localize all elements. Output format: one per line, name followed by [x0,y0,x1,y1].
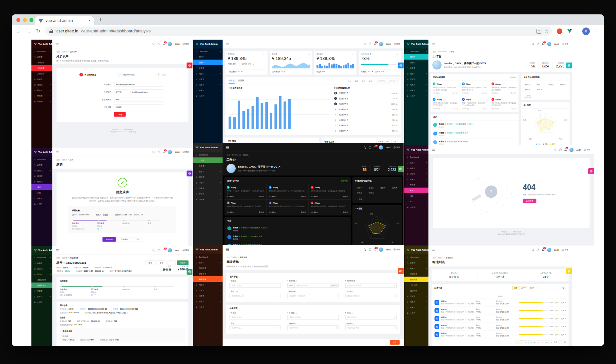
sidebar-item[interactable]: ◎结果页▾ [404,176,428,182]
search-icon[interactable] [153,43,155,45]
sidebar-item[interactable]: 标准列表 [404,277,428,282]
rank-row[interactable]: 8桃源村7号店534.56 [334,128,397,134]
project-group[interactable]: 科学搬砖组 [491,92,499,95]
sidebar-item[interactable]: ◎结果页▾ [31,87,52,93]
sidebar-item[interactable]: ▦小组件▾ [31,299,52,305]
quick-op-link[interactable]: 操作四 [389,186,401,191]
form-input[interactable]: 请输入仓库域名 [294,283,329,288]
app-logo[interactable]: Vue Antd Admin [404,246,428,254]
sidebar-item[interactable]: △异常页▴ [404,182,428,188]
sidebar-item[interactable]: 分析页 [404,60,428,65]
sidebar-item[interactable]: ▦小组件▾ [404,310,428,316]
theme-settings-button[interactable] [398,268,404,274]
sidebar-item[interactable]: ▥详情页▾ [31,173,52,179]
sidebar-item[interactable]: ▥详情页▴ [31,271,52,277]
theme-settings-button[interactable] [566,63,572,68]
project-card[interactable]: AAlipay城镇中有那么多的酒馆，她却偏偏走进了我的酒馆科学搬砖组9小时前 [309,200,351,215]
app-logo[interactable]: Vue Antd Admin [193,143,223,152]
channel-online-button[interactable]: 线上 [385,140,391,143]
theme-settings-button[interactable] [187,63,192,68]
theme-settings-button[interactable] [588,168,594,174]
rank-row[interactable]: 4桃源村3号店934.56 [334,107,397,112]
sidebar-item[interactable]: ▤列表页▾ [404,71,428,76]
amount-input[interactable]: ¥ 5000 [114,105,163,109]
translate-icon[interactable]: 文 [536,29,541,34]
sidebar-item[interactable]: 搜索列表 [404,288,428,293]
sidebar-item[interactable]: 工作台 [193,54,223,60]
menu-toggle-icon[interactable] [226,248,229,250]
more-link[interactable]: 更多 ▾ [561,309,566,312]
payer-account-select[interactable]: ant-design@alipay.com▾ [114,82,163,87]
primary-action-button[interactable]: 主操作 [177,261,189,265]
menu-toggle-icon[interactable] [432,43,435,45]
page-button[interactable]: 2 [524,341,527,344]
sidebar-item[interactable]: 分步表单 [193,271,223,276]
language-switch[interactable]: 文简体 [394,248,400,251]
range-year[interactable]: 本年 [369,80,372,82]
sidebar-item[interactable]: ⊙Dashboard▾ [193,254,223,260]
quick-op-link[interactable]: 操作六 [534,87,545,92]
sidebar-item[interactable]: △异常页▾ [193,87,223,93]
menu-toggle-icon[interactable] [432,149,435,151]
sidebar-item[interactable]: 403 [404,193,428,199]
project-card[interactable]: AAlipay希望是一个好东西，也许是最好的，好东西是不会消亡的科学搬砖组9小时… [225,184,267,200]
search-icon[interactable] [532,43,534,45]
project-card[interactable]: AAlipay那是一种内在的东西，他们到达不了，也无法触及的科学搬砖组9小时前 [267,200,309,215]
sidebar-item[interactable]: ⊙Dashboard▴ [404,48,428,54]
menu-toggle-icon[interactable] [56,151,59,153]
sidebar-item[interactable]: ▤列表页▾ [31,168,52,173]
more-link[interactable]: 更多 ▾ [561,301,566,304]
info-icon[interactable]: i [263,53,265,55]
sidebar-item[interactable]: ⊙Dashboard▾ [31,48,52,54]
browser-menu-icon[interactable]: ⋮ [595,28,599,34]
page-button[interactable]: 3 [528,341,532,344]
theme-settings-button[interactable] [187,269,192,275]
theme-settings-button[interactable] [398,166,404,172]
close-window-button[interactable] [16,18,20,22]
tab-close-icon[interactable]: × [88,18,91,23]
quick-op-link[interactable]: 操作三 [545,82,557,87]
form-input[interactable]: 请选择仓库管理员▾ [345,283,397,288]
sidebar-item[interactable]: ⊙Dashboard▴ [193,48,223,54]
help-icon[interactable]: ? [158,249,160,252]
project-group[interactable]: 科学搬砖组 [462,108,470,110]
user-avatar[interactable] [379,42,383,46]
all-projects-link[interactable]: 全部项目 [509,76,516,79]
sidebar-item[interactable]: ▥详情页▾ [31,82,52,87]
quick-op-link[interactable]: 操作五 [354,191,366,195]
footer-link[interactable]: Pro首页 [112,128,118,130]
theme-settings-button[interactable] [187,171,192,176]
sidebar-item[interactable]: ▤列表页▾ [193,174,223,180]
sidebar-item[interactable]: ▤列表页▴ [404,265,428,271]
username[interactable]: JACK [175,43,180,45]
sidebar-item[interactable]: 基础表单 [31,60,52,65]
quick-op-link[interactable]: 操作一 [354,186,366,191]
app-logo[interactable]: Vue Antd Admin [31,148,52,156]
sidebar-item[interactable]: △异常页▾ [31,294,52,299]
project-card[interactable]: AAlipay那是一种内在的东西，他们到达不了，也无法触及的科学搬砖组9小时前 [460,96,489,112]
sidebar-item[interactable]: ▥详情页▾ [193,287,223,293]
language-switch[interactable]: 文简体 [183,249,189,252]
rank-row[interactable]: 1桃源村0号店1234.56 [334,90,397,96]
search-icon[interactable] [532,249,534,251]
menu-toggle-icon[interactable] [432,249,435,251]
channel-store-button[interactable]: 门店 [391,140,398,143]
language-switch[interactable]: 文简体 [562,43,569,46]
breadcrumb[interactable]: 首页/表单页/高级表单 [226,256,400,259]
bell-icon[interactable]: 12 [374,146,376,149]
channel-all-button[interactable]: 全渠道 [377,140,385,143]
ssl-lock-icon[interactable] [49,29,53,33]
add-button[interactable]: + 添加 [356,197,364,201]
sidebar-item[interactable]: ▦小组件▾ [404,93,428,99]
more-actions-button[interactable]: ··· [168,261,176,265]
user-avatar[interactable] [547,42,552,46]
page-button[interactable]: 10 [545,341,549,344]
project-card[interactable]: AAlipay城镇中有那么多的酒馆，她却偏偏走进了我的酒馆科学搬砖组9小时前 [489,96,519,112]
help-icon[interactable]: ? [369,248,371,251]
maximize-window-button[interactable] [29,18,33,22]
form-input[interactable]: 开始日期 ~ 结束日期 [287,294,339,298]
submit-button[interactable]: 提交 [390,340,400,345]
back-to-list-button[interactable]: 返回列表 [102,237,116,242]
quick-op-link[interactable]: 操作四 [557,82,569,87]
help-icon[interactable]: ? [537,43,540,46]
